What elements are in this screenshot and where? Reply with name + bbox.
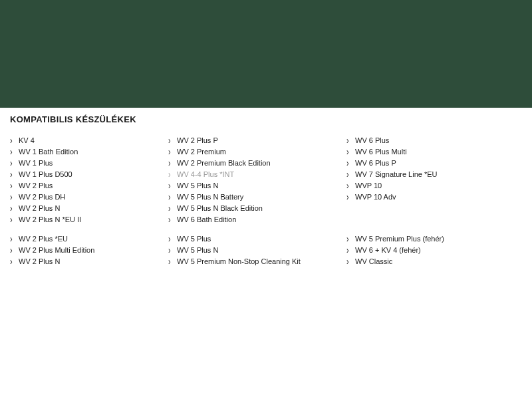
device-label: WV 2 Plus P: [177, 135, 218, 146]
chevron-right-icon: ›: [168, 213, 174, 227]
device-link[interactable]: ›WV 2 Plus *EU: [10, 233, 156, 245]
device-link[interactable]: ›WV 6 Plus Multi: [346, 146, 506, 158]
device-link[interactable]: ›WV 5 Plus N Battery: [168, 192, 334, 203]
device-link[interactable]: ›WV 2 Plus N: [10, 203, 156, 214]
chevron-right-icon: ›: [10, 255, 16, 269]
device-columns: ›KV 4›WV 1 Bath Edition›WV 1 Plus›WV 1 P…: [10, 135, 522, 276]
device-group: ›KV 4›WV 1 Bath Edition›WV 1 Plus›WV 1 P…: [10, 135, 156, 225]
device-link[interactable]: ›WV 6 Plus: [346, 135, 506, 146]
device-label: WV 1 Plus: [19, 158, 53, 169]
device-column: ›KV 4›WV 1 Bath Edition›WV 1 Plus›WV 1 P…: [10, 135, 156, 276]
device-link[interactable]: ›WV 5 Plus N Black Edition: [168, 203, 334, 214]
banner-image: [0, 0, 532, 108]
device-label: WV 5 Premium Plus (fehér): [355, 233, 444, 245]
device-link[interactable]: ›WV 2 Plus: [10, 180, 156, 192]
device-label: WV 2 Premium: [177, 146, 226, 158]
device-label: WV 2 Plus: [19, 180, 53, 192]
chevron-right-icon: ›: [346, 255, 352, 269]
device-label: WV 5 Plus: [177, 233, 211, 245]
device-link[interactable]: ›KV 4: [10, 135, 156, 146]
device-label: WVP 10 Adv: [355, 192, 396, 203]
device-label: WV 7 Signature Line *EU: [355, 169, 438, 180]
device-label: WV 2 Plus N *EU II: [19, 214, 81, 225]
device-label: WV Classic: [355, 256, 392, 267]
device-label: KV 4: [19, 135, 35, 146]
device-link[interactable]: ›WV 2 Plus DH: [10, 192, 156, 203]
device-group: ›WV 5 Plus›WV 5 Plus N›WV 5 Premium Non-…: [168, 233, 334, 267]
device-group: ›x›x›WV 5 Premium Plus (fehér)›WV 6 + KV…: [346, 211, 506, 267]
device-link[interactable]: ›WVP 10 Adv: [346, 192, 506, 203]
device-label: WV 6 Plus P: [355, 158, 396, 169]
device-link[interactable]: ›WV 5 Plus N: [168, 180, 334, 192]
device-group: ›WV 2 Plus P›WV 2 Premium›WV 2 Premium B…: [168, 135, 334, 225]
device-label: WV 1 Bath Edition: [19, 146, 78, 158]
device-link[interactable]: ›WV 1 Plus D500: [10, 169, 156, 180]
device-label: WV 2 Plus *EU: [19, 233, 68, 245]
device-label: WV 4-4 Plus *INT: [177, 169, 234, 180]
chevron-right-icon: ›: [168, 255, 174, 269]
device-link[interactable]: ›WV 7 Signature Line *EU: [346, 169, 506, 180]
device-label: WV 2 Plus Multi Edition: [19, 245, 94, 256]
device-label: WV 5 Premium Non-Stop Cleaning Kit: [177, 256, 301, 267]
device-label: WVP 10: [355, 180, 382, 192]
device-label: WV 6 Plus Multi: [355, 146, 407, 158]
device-label: WV 2 Premium Black Edition: [177, 158, 271, 169]
device-label: WV 5 Plus N: [177, 245, 218, 256]
device-link[interactable]: ›WV 1 Bath Edition: [10, 146, 156, 158]
device-label: WV 6 + KV 4 (fehér): [355, 245, 421, 256]
device-label: WV 6 Bath Edition: [177, 214, 236, 225]
device-column: ›WV 6 Plus›WV 6 Plus Multi›WV 6 Plus P›W…: [346, 135, 506, 276]
device-label: WV 2 Plus N: [19, 256, 60, 267]
device-link[interactable]: ›WV 2 Premium: [168, 146, 334, 158]
device-link[interactable]: ›WV Classic: [346, 256, 506, 267]
device-link[interactable]: ›WV 5 Plus: [168, 233, 334, 245]
device-label: WV 5 Plus N Black Edition: [177, 203, 263, 214]
device-link[interactable]: ›WV 6 Bath Edition: [168, 214, 334, 225]
device-group: ›WV 6 Plus›WV 6 Plus Multi›WV 6 Plus P›W…: [346, 135, 506, 203]
device-label: WV 2 Plus DH: [19, 192, 65, 203]
chevron-right-icon: ›: [346, 190, 352, 205]
chevron-right-icon: ›: [10, 213, 16, 227]
device-label: WV 2 Plus N: [19, 203, 60, 214]
device-group: ›WV 2 Plus *EU›WV 2 Plus Multi Edition›W…: [10, 233, 156, 267]
device-link[interactable]: ›WV 6 + KV 4 (fehér): [346, 245, 506, 256]
device-label: WV 5 Plus N: [177, 180, 218, 192]
device-column: ›WV 2 Plus P›WV 2 Premium›WV 2 Premium B…: [168, 135, 334, 276]
compatible-devices-section: KOMPATIBILIS KÉSZÜLÉKEK ›KV 4›WV 1 Bath …: [0, 108, 532, 276]
device-link[interactable]: ›WV 5 Premium Non-Stop Cleaning Kit: [168, 256, 334, 267]
device-link[interactable]: ›WV 5 Plus N: [168, 245, 334, 256]
device-label: WV 6 Plus: [355, 135, 389, 146]
device-label: WV 5 Plus N Battery: [177, 192, 243, 203]
device-link[interactable]: ›WV 2 Plus Multi Edition: [10, 245, 156, 256]
device-link[interactable]: ›WV 6 Plus P: [346, 158, 506, 169]
device-label: WV 1 Plus D500: [19, 169, 72, 180]
device-link[interactable]: ›WV 5 Premium Plus (fehér): [346, 233, 506, 245]
device-link[interactable]: ›WVP 10: [346, 180, 506, 192]
device-link[interactable]: ›WV 1 Plus: [10, 158, 156, 169]
device-link[interactable]: ›WV 2 Plus P: [168, 135, 334, 146]
device-link[interactable]: ›WV 4-4 Plus *INT: [168, 169, 334, 180]
section-heading: KOMPATIBILIS KÉSZÜLÉKEK: [10, 114, 522, 124]
device-link[interactable]: ›WV 2 Plus N *EU II: [10, 214, 156, 225]
device-link[interactable]: ›WV 2 Premium Black Edition: [168, 158, 334, 169]
device-link[interactable]: ›WV 2 Plus N: [10, 256, 156, 267]
